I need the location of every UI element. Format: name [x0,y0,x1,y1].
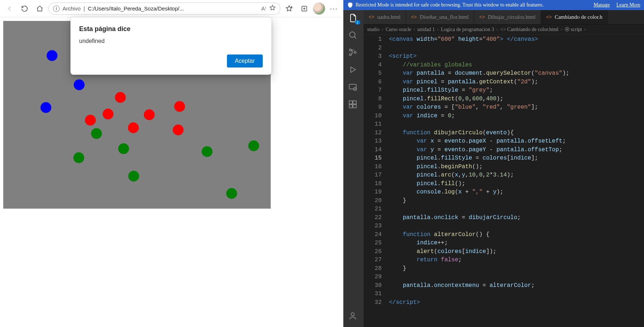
address-bar[interactable]: i Archivo | C:/Users/Italo_Pereda_Soza/D… [48,3,280,15]
refresh-button[interactable] [18,2,31,15]
breadcrumb[interactable]: studio›Curso oracle›unidad 1›Logica de p… [364,25,644,35]
editor-tab[interactable]: <>Cambiando de color.h [541,10,608,24]
breadcrumb-item[interactable]: studio [367,27,379,32]
explorer-icon[interactable]: 1 [348,13,359,24]
svg-point-11 [351,313,355,316]
source-control-icon[interactable] [348,48,359,58]
profile-avatar[interactable] [313,3,325,15]
svg-rect-7 [349,101,352,104]
line-gutter: 1234567891011121314151617181920212223242… [364,35,389,327]
browser-window: i Archivo | C:/Users/Italo_Pereda_Soza/D… [0,0,343,327]
editor-tabs: <>uadra.html<>Diseñar_una_flor.html<>Dib… [364,10,644,25]
address-path: C:/Users/Italo_Pereda_Soza/Desktop/... [88,5,184,12]
favorites-button[interactable] [283,2,296,15]
banner-learn-link[interactable]: Learn More [617,2,640,8]
dialog-ok-button[interactable]: Aceptar [227,54,263,67]
file-icon: <> [411,14,417,20]
svg-point-1 [349,32,355,37]
code-content[interactable]: <canvas width="600" height="400"> </canv… [389,35,644,327]
svg-point-4 [354,51,356,53]
editor-tab[interactable]: <>uadra.html [364,10,406,24]
favorite-icon[interactable] [269,5,276,12]
banner-text: Restricted Mode is intended for safe cod… [356,2,587,8]
browser-content: Esta página dice undefined Aceptar [0,17,343,327]
svg-rect-8 [353,101,356,104]
svg-rect-10 [353,105,356,108]
tab-label: Cambiando de color.h [555,14,602,20]
activity-bar: 1 [343,10,364,327]
code-editor[interactable]: 1234567891011121314151617181920212223242… [364,35,644,327]
site-info-icon[interactable]: i [53,5,60,12]
extensions-icon[interactable] [348,100,359,110]
dialog-message: undefined [79,38,263,44]
address-label: Archivo [63,5,81,12]
svg-point-3 [349,54,351,56]
breadcrumb-item[interactable]: ⦿ script [564,27,582,32]
file-icon: <> [546,14,552,20]
browser-toolbar: i Archivo | C:/Users/Italo_Pereda_Soza/D… [0,0,343,17]
breadcrumb-item[interactable]: unidad 1 [417,27,435,32]
svg-point-2 [349,49,351,51]
accounts-icon[interactable] [348,311,359,322]
vscode-window: Restricted Mode is intended for safe cod… [343,0,644,327]
banner-manage-link[interactable]: Manage [593,2,610,8]
editor-area: <>uadra.html<>Diseñar_una_flor.html<>Dib… [364,10,644,327]
home-button[interactable] [33,2,46,15]
svg-rect-5 [349,84,356,89]
search-icon[interactable] [348,30,359,41]
breadcrumb-item[interactable]: <> Cambiando de color.html [500,27,558,32]
address-sep: | [83,5,85,12]
tab-label: Diseñar_una_flor.html [420,14,469,20]
tab-label: Dibujar_circulos.html [488,14,536,20]
breadcrumb-item[interactable]: Curso oracle [386,27,411,32]
alert-dialog: Esta página dice undefined Aceptar [70,17,271,75]
tab-label: uadra.html [377,14,401,20]
back-button[interactable] [3,2,16,15]
remote-icon[interactable] [348,82,359,93]
shield-icon [347,2,353,8]
explorer-badge: 1 [355,20,361,25]
editor-tab[interactable]: <>Dibujar_circulos.html [474,10,541,24]
run-debug-icon[interactable] [348,65,359,76]
svg-rect-9 [349,105,352,108]
breadcrumb-item[interactable]: Logica de programacion 3 [441,27,494,32]
read-aloud-icon[interactable]: A⁾ [261,5,266,12]
file-icon: <> [369,14,374,20]
more-button[interactable]: ··· [327,2,340,15]
file-icon: <> [479,14,485,20]
restricted-mode-banner: Restricted Mode is intended for safe cod… [343,0,644,10]
collections-button[interactable] [298,2,311,15]
dialog-title: Esta página dice [79,25,263,33]
editor-tab[interactable]: <>Diseñar_una_flor.html [406,10,474,24]
